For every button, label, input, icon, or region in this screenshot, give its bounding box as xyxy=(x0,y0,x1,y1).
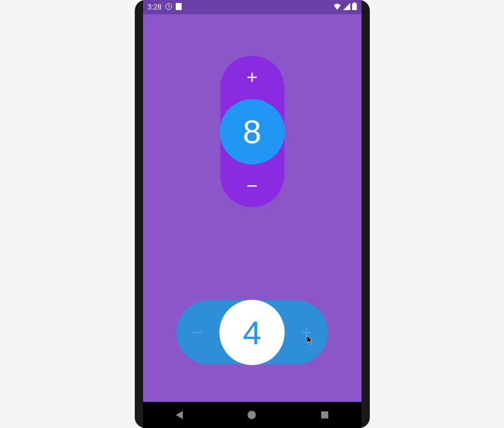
sim-icon xyxy=(176,3,182,12)
increment-button-h[interactable]: + xyxy=(292,318,321,347)
screen: 3:28 + xyxy=(143,0,362,402)
status-time: 3:28 xyxy=(148,3,161,11)
stepper-vertical: + 8 − xyxy=(220,56,284,207)
nav-back-button[interactable] xyxy=(167,403,191,427)
decrement-button-h[interactable]: − xyxy=(183,318,212,347)
stepper-vertical-value-text: 8 xyxy=(243,112,261,151)
status-left: 3:28 xyxy=(148,3,182,12)
clock-icon xyxy=(165,3,172,12)
home-icon xyxy=(248,411,256,419)
app-content: + 8 − − 4 + xyxy=(143,14,362,402)
status-right xyxy=(333,2,357,12)
navigation-bar xyxy=(143,402,362,428)
recent-icon xyxy=(321,411,328,419)
status-bar: 3:28 xyxy=(143,0,362,14)
wifi-icon xyxy=(333,3,341,12)
svg-rect-3 xyxy=(352,4,357,11)
stepper-horizontal-value-text: 4 xyxy=(243,313,261,352)
device-frame: 3:28 + xyxy=(135,0,370,428)
stepper-horizontal-value[interactable]: 4 xyxy=(220,300,285,365)
svg-rect-1 xyxy=(176,3,182,10)
stepper-horizontal: − 4 + xyxy=(176,300,328,364)
decrement-button[interactable]: − xyxy=(238,172,267,200)
increment-button[interactable]: + xyxy=(238,63,267,91)
stepper-vertical-value[interactable]: 8 xyxy=(220,99,285,164)
back-icon xyxy=(176,411,183,419)
cell-signal-icon xyxy=(343,3,350,12)
nav-home-button[interactable] xyxy=(240,403,264,427)
svg-rect-2 xyxy=(353,2,356,4)
battery-icon xyxy=(352,2,357,12)
nav-recent-button[interactable] xyxy=(313,403,337,427)
